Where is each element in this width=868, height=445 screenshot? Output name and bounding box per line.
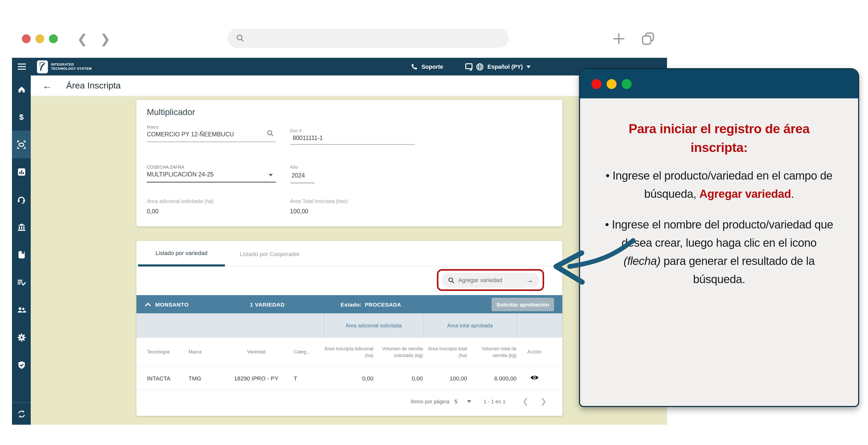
cell-area-adicional: 0,00 [324,375,373,381]
sidebar-item-users[interactable] [12,296,31,324]
col-volumen-total: Volumen total de semilla (kg) [467,346,517,359]
items-per-page-label: Ítems por página [410,399,450,404]
sidebar-item-finance[interactable]: $ [12,103,31,131]
tab-overview-icon[interactable] [641,32,655,46]
browser-forward-icon[interactable]: ❯ [100,33,111,45]
view-eye-icon[interactable] [530,374,539,381]
window-minimize-button[interactable] [35,34,44,43]
search-icon [448,277,455,283]
bullet-glyph: • [606,169,610,182]
sidebar-item-bank[interactable] [12,213,31,241]
tab-listado-por-cooperador[interactable]: Listado por Cooperador [225,241,314,266]
page-title-bar: ← Área Inscripta [31,75,667,96]
col-variedad: Variedad [225,349,287,355]
browser-back-icon[interactable]: ❮ [77,33,88,45]
gear-icon [17,333,26,342]
area-adicional-label: Área adicional solicitada (ha) [147,198,214,204]
collapse-chevron-icon[interactable] [145,302,151,306]
col-area-inscripta-total: Área Inscripta total (ha) [423,346,467,359]
cosecha-select[interactable]: MULTIPLICACIÓN 24-25 [147,171,214,178]
cell-tecnologia: INTACTA [147,375,188,381]
sidebar-item-tasks[interactable] [12,268,31,296]
app-header: INTEGRATED TECHNOLOGY SYSTEM Soporte [12,58,667,75]
window-zoom-button[interactable] [49,34,58,43]
matriz-search-icon[interactable] [267,130,274,137]
prev-page-icon[interactable]: ❮ [519,396,532,406]
overlay-titlebar [580,69,858,98]
language-selector[interactable]: Español (PY) [476,63,531,70]
book-bookmark-icon [17,250,26,259]
sidebar-item-sync[interactable] [12,403,31,425]
globe-icon [476,63,484,70]
solicitar-aprobacion-button[interactable]: Solicitar aprobación [492,297,554,311]
sidebar-item-security[interactable] [12,351,31,379]
cosecha-dropdown-icon[interactable] [269,174,273,177]
cell-marca: TMG [188,375,225,381]
form-title: Multiplicador [147,107,195,117]
add-variety-highlight-box: Agregar variedad → [437,269,544,291]
sidebar-item-catalog[interactable] [12,241,31,268]
col-area-inscripta-adicional: Área Inscripta Adicional (ha) [324,346,373,359]
matriz-underline [147,141,276,142]
next-page-icon[interactable]: ❯ [537,396,550,406]
back-arrow-icon[interactable]: ← [42,80,52,91]
area-total-value: 100,00 [290,208,308,215]
sidebar-item-seed-active[interactable] [12,131,31,158]
home-icon [17,85,26,94]
anio-field[interactable]: 2024 [291,172,305,179]
doc-field[interactable]: 80011111-1 [292,135,323,141]
sidebar-item-settings[interactable] [12,324,31,351]
anio-underline [290,183,314,183]
listing-card: Listado por variedad Listado por Coopera… [136,241,562,416]
pagination-range: 1 - 1 en 1 [484,399,505,404]
status-label: Estado: [341,301,362,307]
pagination: Ítems por página 5 1 - 1 en 1 ❮ ❯ [136,390,562,413]
sync-icon [17,409,26,418]
col-volumen-solicitado: Volumen de semilla solicitado (kg) [373,346,423,359]
browser-chrome: ❮ ❯ [0,0,868,58]
col-accion: Acción [517,349,552,355]
add-variety-label: Agregar variedad [458,277,522,283]
column-header-row: Tecnología Marca Variedad Categ... Área … [136,338,562,367]
cell-volumen-solicitado: 0,00 [373,375,423,381]
bar-chart-icon [17,167,26,177]
matriz-field[interactable]: COMERCIO PY 12-ÑEEMBUCU [147,131,234,137]
window-close-button[interactable] [22,34,31,43]
sidebar-item-home[interactable] [12,75,31,103]
sidebar-item-support[interactable] [12,186,31,213]
task-list-check-icon [17,278,26,287]
group-status: Estado: PROCESADA [341,301,401,307]
support-label: Soporte [422,63,443,70]
group-name: MONSANTO [155,301,189,307]
screenshot-stage: ❮ ❯ [0,0,868,445]
anio-label: Año [290,164,298,170]
users-icon [17,306,26,314]
group-spacer-end [517,313,562,338]
group-spacer [136,313,324,338]
support-button[interactable]: Soporte [411,63,443,70]
column-group-area-adicional: Área adicional solicitada [324,313,423,338]
add-variety-search[interactable]: Agregar variedad → [441,273,539,288]
annotation-arrow-icon [531,234,635,291]
menu-icon[interactable] [18,63,26,70]
cell-accion [517,374,552,382]
dollar-icon: $ [19,113,24,121]
overlay-title: Para iniciar el registro de área inscrip… [602,119,836,157]
sidebar-item-reports[interactable] [12,158,31,186]
chat-icon[interactable] [465,63,473,70]
phone-icon [411,63,418,70]
overlay-highlight-agregar-variedad: Agregar variedad [699,187,791,200]
cell-volumen-total: 6.000,00 [467,375,517,381]
headset-icon [17,195,26,204]
column-group-area-total: Área total aprobada [423,313,517,338]
new-tab-icon[interactable] [612,32,625,45]
column-group-header-row: Área adicional solicitada Área total apr… [136,313,562,338]
cell-area-total: 100,00 [423,375,467,381]
page-size-dropdown-icon[interactable] [467,400,471,403]
bank-icon [17,223,26,232]
group-variety-count: 1 VARIEDAD [250,301,285,307]
browser-search-bar[interactable] [227,29,509,48]
tab-listado-por-variedad[interactable]: Listado por variedad [138,241,225,266]
language-label: Español (PY) [487,63,523,70]
page-size-value[interactable]: 5 [455,399,458,404]
